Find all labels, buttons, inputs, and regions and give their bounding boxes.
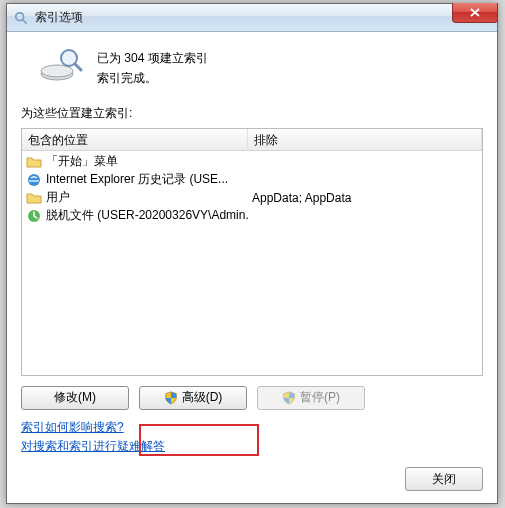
locations-list: 包含的位置 排除 「开始」菜单Internet Explorer 历史记录 (U… [21, 128, 483, 376]
close-icon [470, 8, 480, 17]
help-links: 索引如何影响搜索? 对搜索和索引进行疑难解答 [21, 418, 483, 456]
status-text: 已为 304 项建立索引 索引完成。 [97, 44, 208, 89]
indexed-count-line: 已为 304 项建立索引 [97, 48, 208, 68]
link-troubleshoot-search[interactable]: 对搜索和索引进行疑难解答 [21, 437, 165, 456]
status-row: 已为 304 项建立索引 索引完成。 [39, 44, 483, 89]
ie-icon [26, 172, 42, 188]
close-button[interactable] [452, 3, 498, 23]
search-glass-icon [13, 10, 29, 26]
svg-line-1 [23, 19, 27, 23]
col-exclude[interactable]: 排除 [248, 129, 482, 150]
drive-search-icon [39, 44, 83, 84]
col-included[interactable]: 包含的位置 [22, 129, 248, 150]
indexing-options-dialog: 索引选项 已为 304 项建立索引 索引完成。 为这些位置建立索引: [6, 3, 498, 504]
svg-point-6 [28, 174, 40, 186]
button-row: 修改(M) 高级(D) 暂停(P) [21, 386, 483, 410]
row-label: 脱机文件 (USER-20200326VY\Admin... [46, 207, 248, 224]
modify-button-label: 修改(M) [54, 389, 96, 406]
modify-button[interactable]: 修改(M) [21, 386, 129, 410]
link-how-indexing-affects-search[interactable]: 索引如何影响搜索? [21, 418, 124, 437]
window-title: 索引选项 [35, 9, 83, 26]
dialog-footer: 关闭 [405, 467, 483, 491]
row-label: 「开始」菜单 [46, 153, 118, 170]
client-area: 已为 304 项建立索引 索引完成。 为这些位置建立索引: 包含的位置 排除 「… [7, 32, 497, 503]
svg-line-5 [75, 64, 81, 70]
list-header: 包含的位置 排除 [22, 129, 482, 151]
folder-icon [26, 190, 42, 206]
advanced-button-label: 高级(D) [182, 389, 223, 406]
pause-button-label: 暂停(P) [300, 389, 340, 406]
row-label: Internet Explorer 历史记录 (USE... [46, 171, 228, 188]
table-row[interactable]: Internet Explorer 历史记录 (USE... [22, 171, 482, 189]
close-dialog-button[interactable]: 关闭 [405, 467, 483, 491]
pause-button: 暂停(P) [257, 386, 365, 410]
shield-icon [282, 391, 296, 405]
titlebar: 索引选项 [7, 4, 497, 32]
row-label: 用户 [46, 189, 70, 206]
offline-icon [26, 208, 42, 224]
table-row[interactable]: 用户AppData; AppData [22, 189, 482, 207]
index-complete-line: 索引完成。 [97, 68, 208, 88]
close-dialog-label: 关闭 [432, 471, 456, 488]
table-row[interactable]: 「开始」菜单 [22, 153, 482, 171]
folder-icon [26, 154, 42, 170]
locations-label: 为这些位置建立索引: [21, 105, 483, 122]
row-exclude: AppData; AppData [248, 191, 482, 205]
list-body: 「开始」菜单Internet Explorer 历史记录 (USE...用户Ap… [22, 151, 482, 227]
shield-icon [164, 391, 178, 405]
table-row[interactable]: 脱机文件 (USER-20200326VY\Admin... [22, 207, 482, 225]
advanced-button[interactable]: 高级(D) [139, 386, 247, 410]
